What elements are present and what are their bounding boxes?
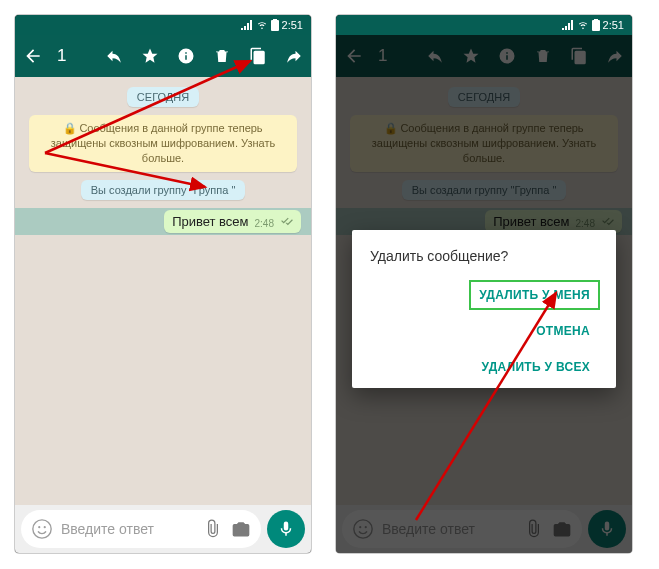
copy-icon[interactable] [249,47,267,65]
input-bar: Введите ответ [15,505,311,553]
wifi-icon [256,20,268,30]
delete-icon[interactable] [213,47,231,65]
signal-icon [562,20,574,30]
selection-count: 1 [57,46,105,66]
delete-for-all-button[interactable]: УДАЛИТЬ У ВСЕХ [474,354,598,380]
delete-dialog: Удалить сообщение? УДАЛИТЬ У МЕНЯ ОТМЕНА… [352,230,616,388]
back-icon[interactable] [23,46,43,66]
system-message: Вы создали группу "Группа " [81,180,246,200]
delete-for-me-button[interactable]: УДАЛИТЬ У МЕНЯ [471,282,598,308]
phone-left: 2:51 1 СЕГОДНЯ 🔒Сообщения в данной групп… [15,15,311,553]
tick-icon [280,214,294,229]
status-time: 2:51 [282,19,303,31]
status-bar: 2:51 [15,15,311,35]
message-input[interactable]: Введите ответ [21,510,261,548]
message-text: Привет всем [172,214,248,229]
lock-icon: 🔒 [63,121,77,136]
message-row-selected[interactable]: Привет всем 2:48 [15,208,311,235]
status-time: 2:51 [603,19,624,31]
mic-button[interactable] [267,510,305,548]
phone-right: 2:51 1 СЕГОДНЯ 🔒Сообщения в данной групп… [336,15,632,553]
selection-app-bar: 1 [15,35,311,77]
info-icon[interactable] [177,47,195,65]
star-icon[interactable] [141,47,159,65]
status-bar: 2:51 [336,15,632,35]
chat-area: СЕГОДНЯ 🔒Сообщения в данной группе тепер… [15,77,311,505]
message-time: 2:48 [255,218,274,229]
svg-point-2 [44,526,46,528]
signal-icon [241,20,253,30]
svg-point-1 [38,526,40,528]
camera-icon[interactable] [231,519,251,539]
dialog-title: Удалить сообщение? [370,248,598,264]
reply-icon[interactable] [105,47,123,65]
battery-icon [271,19,279,31]
battery-icon [592,19,600,31]
wifi-icon [577,20,589,30]
svg-point-0 [33,520,51,538]
encryption-notice[interactable]: 🔒Сообщения в данной группе теперь защище… [29,115,297,172]
date-chip: СЕГОДНЯ [127,87,199,107]
attach-icon[interactable] [203,519,223,539]
message-bubble[interactable]: Привет всем 2:48 [164,210,301,233]
forward-icon[interactable] [285,47,303,65]
input-placeholder: Введите ответ [61,521,195,537]
cancel-button[interactable]: ОТМЕНА [528,318,598,344]
emoji-icon[interactable] [31,518,53,540]
